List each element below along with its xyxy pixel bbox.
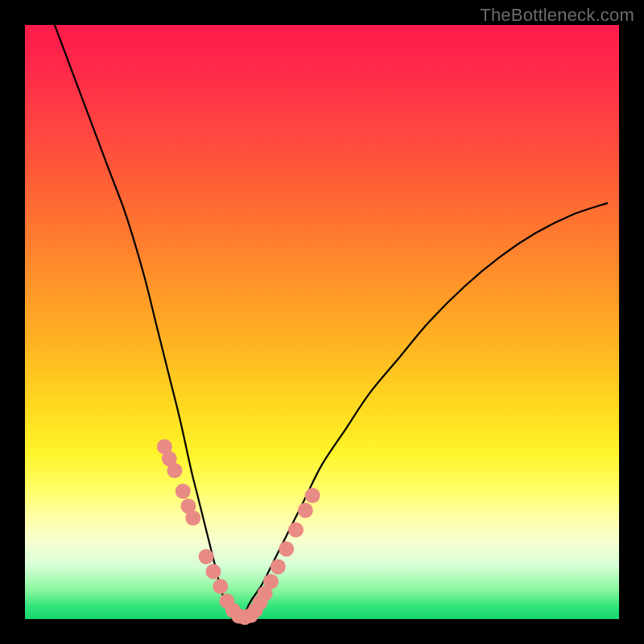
highlighted-points	[157, 439, 320, 625]
marker-point	[175, 484, 191, 499]
marker-point	[263, 574, 279, 589]
chart-overlay	[25, 25, 619, 619]
marker-point	[185, 510, 200, 526]
marker-point	[279, 541, 294, 556]
marker-point	[213, 579, 228, 594]
marker-point	[270, 559, 286, 575]
marker-point	[298, 502, 313, 518]
marker-point	[288, 522, 303, 538]
marker-point	[167, 463, 182, 478]
bottleneck-curve	[55, 25, 607, 620]
marker-point	[205, 564, 221, 579]
marker-point	[199, 549, 214, 564]
watermark-text: TheBottleneck.com	[480, 5, 634, 26]
chart-frame: TheBottleneck.com	[0, 0, 644, 644]
marker-point	[305, 488, 320, 503]
